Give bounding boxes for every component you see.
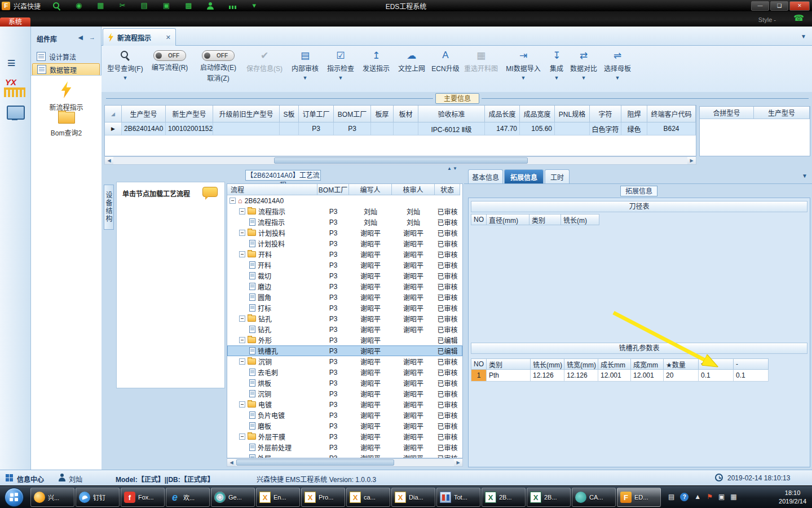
tree-row[interactable]: ⌂2B624014A0 [227,195,462,206]
table-cell[interactable]: 2B624014A0 [122,122,166,135]
scrollbar-thumb[interactable] [236,459,394,466]
table-cell[interactable]: 白色字符 [590,122,621,135]
scroll-right-icon[interactable]: ▶ [687,157,696,164]
tree-row[interactable]: 沉铜P3谢昭平谢昭平已审核 [227,388,462,399]
main-table-hscrollbar[interactable]: ◀ ▶ [104,156,696,165]
table-cell[interactable]: 105.60 [520,122,555,135]
column-header[interactable]: + [699,358,734,370]
table-cell[interactable] [105,122,122,135]
table-cell[interactable]: 147.70 [485,122,520,135]
tree-row[interactable]: 圆角P3谢昭平谢昭平已审核 [227,292,462,303]
table-cell[interactable] [371,122,394,135]
scroll-right-icon[interactable]: ▶ [454,459,462,466]
style-label[interactable]: Style - [758,16,776,23]
tree-expander-icon[interactable] [239,251,245,257]
column-header[interactable]: S板 [280,106,299,122]
taskbar-clock[interactable]: 18:10 2019/2/14 [779,489,806,506]
column-header[interactable]: ★数量 [664,358,699,370]
menu-hamburger-icon[interactable] [7,55,16,71]
column-header[interactable]: NO [471,214,487,225]
column-header[interactable]: 生产型号 [754,107,810,119]
tree-expander-icon[interactable] [239,316,245,322]
apps-icon[interactable]: ▩ [185,0,192,11]
tree-expander-icon[interactable] [239,433,245,440]
ribbon-button[interactable]: ⇥MI数据导入 [502,49,545,81]
tree-row[interactable]: 负片电镀P3谢昭平谢昭平已审核 [227,410,462,421]
info-center-icon[interactable] [6,474,14,482]
start-button[interactable] [5,488,24,507]
column-header[interactable]: 阻焊 [621,106,647,122]
tray-expand-icon[interactable]: ▲ [694,492,701,501]
dropdown-arrow-icon[interactable] [581,75,586,81]
flag-icon[interactable]: ⚑ [707,492,713,501]
taskbar-app-button[interactable]: Tot... [436,488,480,507]
tree-row[interactable]: 开料P3谢昭平谢昭平已审核 [227,249,462,260]
tree-row[interactable]: 开料P3谢昭平谢昭平已审核 [227,260,462,270]
ribbon-button[interactable]: OFF编写流程(R) [147,49,193,72]
collapse-icon[interactable] [78,34,83,41]
ribbon-button[interactable]: ⇌选择母板 [601,49,634,81]
scroll-left-icon[interactable]: ◀ [227,459,236,466]
taskbar-app-button[interactable]: Pro... [301,488,345,507]
pin-icon[interactable] [89,34,95,41]
taskbar-app-button[interactable]: Dia... [391,488,435,507]
column-header[interactable]: 升级前旧生产型号 [213,106,280,122]
table-cell[interactable] [280,122,299,135]
column-header[interactable] [105,106,122,122]
taskbar-app-button[interactable]: 兴... [30,488,74,507]
tab-work-hours[interactable]: 工时 [545,169,570,183]
column-header[interactable]: 成品长度 [485,106,520,122]
tree-row[interactable]: 电镀P3谢昭平谢昭平已审核 [227,399,462,410]
tree-row[interactable]: 外形P3谢昭平已编辑 [227,335,462,345]
column-header[interactable]: 铣宽(mm) [564,358,598,370]
tree-expander-icon[interactable] [239,337,245,343]
tree-row[interactable]: 磨边P3谢昭平谢昭平已审核 [227,281,462,292]
ribbon-button[interactable]: ☑指示检查 [324,49,358,81]
ribbon-button[interactable]: ☁文控上网 [395,49,429,73]
taskbar-app-button[interactable]: ED... [617,488,661,507]
search-icon[interactable] [53,2,60,10]
ribbon-button[interactable]: ↥发送指示 [359,49,394,73]
network-icon[interactable]: ▦ [730,492,736,501]
table-cell[interactable]: 0.1 [734,370,769,382]
tree-row[interactable]: 去毛刺P3谢昭平谢昭平已审核 [227,367,462,378]
main-info-data-row[interactable]: 2B624014A010010200115277P3P3IPC-6012 Ⅱ级1… [105,122,696,135]
column-header[interactable]: 成长mm [598,358,631,370]
slot-table-row[interactable]: 1Pth12.12612.12612.00112.001200.10.1 [471,370,769,382]
tree-row[interactable]: 计划投料P3谢昭平谢昭平已审核 [227,227,462,238]
taskbar-app-button[interactable]: En... [256,488,300,507]
dropdown-arrow-icon[interactable] [615,75,620,81]
dropdown-arrow-icon[interactable] [521,75,526,81]
column-header[interactable]: BOM工厂 [334,106,371,122]
workstation-icon[interactable] [7,106,25,120]
phone-icon[interactable] [793,13,804,23]
sidebar-tool-new-process-instruction[interactable]: 新流程指示 [31,81,102,112]
table-cell[interactable]: 绿色 [621,122,647,135]
scrollbar-thumb[interactable] [274,157,528,164]
minimize-button[interactable] [751,1,769,11]
taskbar-app-button[interactable]: 2B... [482,488,526,507]
tree-row[interactable]: 铣槽孔P3谢昭平已编辑 [227,345,462,356]
column-header[interactable]: 新生产型号 [166,106,213,122]
column-header[interactable]: 类别 [487,358,531,370]
dropdown-arrow-icon[interactable] [123,75,128,81]
sidebar-tool-bom-query[interactable]: Bom查询2 [31,112,102,137]
globe-icon[interactable]: ◉ [76,0,82,11]
scissors-icon[interactable]: ✂ [120,0,126,11]
column-header[interactable]: 铣长(m) [561,214,599,225]
table-cell[interactable] [555,122,590,135]
taskbar-app-button[interactable]: 2B... [527,488,571,507]
tree-row[interactable]: 裁切P3谢昭平谢昭平已审核 [227,270,462,281]
table-cell[interactable]: IPC-6012 Ⅱ级 [418,122,485,135]
table-cell[interactable]: 0.1 [699,370,734,382]
taskbar-app-button[interactable]: Fox... [121,488,165,507]
column-header[interactable]: NO [471,358,487,370]
column-header[interactable]: 合拼型号 [700,107,754,119]
maximize-button[interactable] [770,1,788,11]
display-icon[interactable]: ▣ [718,492,725,501]
table-cell[interactable]: P3 [299,122,334,135]
column-header[interactable]: 编写人 [349,184,392,195]
tree-expander-icon[interactable] [239,230,245,236]
column-header[interactable]: 铣长(mm) [531,358,564,370]
column-header[interactable]: 类别 [529,214,561,225]
